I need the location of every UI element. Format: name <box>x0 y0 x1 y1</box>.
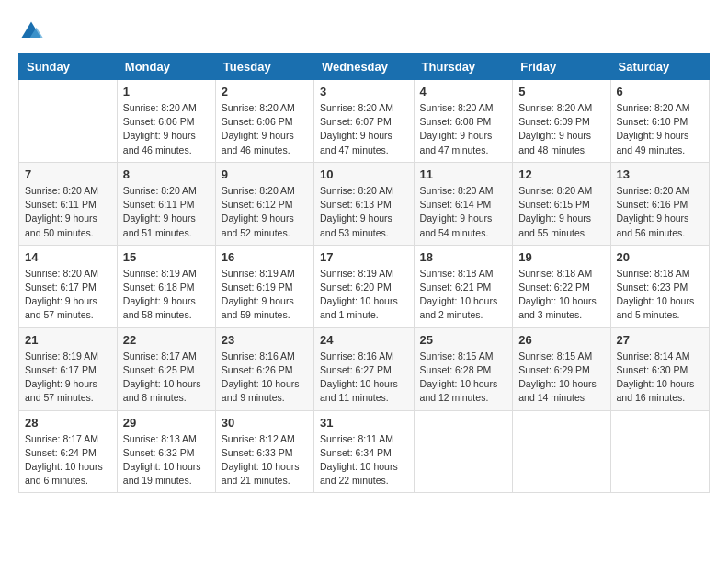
day-info: Sunrise: 8:18 AMSunset: 6:21 PMDaylight:… <box>420 267 507 323</box>
day-number: 24 <box>320 333 408 347</box>
calendar-cell: 27Sunrise: 8:14 AMSunset: 6:30 PMDayligh… <box>610 327 709 410</box>
day-info: Sunrise: 8:15 AMSunset: 6:29 PMDaylight:… <box>518 350 604 406</box>
col-monday: Monday <box>117 54 215 80</box>
calendar-week-row: 1Sunrise: 8:20 AMSunset: 6:06 PMDaylight… <box>19 80 710 163</box>
day-number: 5 <box>518 85 604 98</box>
calendar-header-row: Sunday Monday Tuesday Wednesday Thursday… <box>19 54 710 80</box>
calendar-cell: 8Sunrise: 8:20 AMSunset: 6:11 PMDaylight… <box>117 162 215 245</box>
day-number: 23 <box>222 333 308 347</box>
day-number: 31 <box>320 416 408 430</box>
day-number: 16 <box>222 250 308 264</box>
day-number: 21 <box>25 333 111 347</box>
col-friday: Friday <box>513 54 610 80</box>
day-info: Sunrise: 8:20 AMSunset: 6:15 PMDaylight:… <box>518 184 604 240</box>
calendar-cell: 25Sunrise: 8:15 AMSunset: 6:28 PMDayligh… <box>414 327 513 410</box>
calendar-cell: 6Sunrise: 8:20 AMSunset: 6:10 PMDaylight… <box>610 80 709 163</box>
day-info: Sunrise: 8:12 AMSunset: 6:33 PMDaylight:… <box>222 432 308 488</box>
day-number: 15 <box>123 250 210 264</box>
calendar-cell: 30Sunrise: 8:12 AMSunset: 6:33 PMDayligh… <box>215 410 313 493</box>
calendar-week-row: 14Sunrise: 8:20 AMSunset: 6:17 PMDayligh… <box>19 245 710 327</box>
day-info: Sunrise: 8:14 AMSunset: 6:30 PMDaylight:… <box>617 350 703 406</box>
day-number: 18 <box>420 250 507 264</box>
col-sunday: Sunday <box>19 54 118 80</box>
day-number: 9 <box>222 167 308 181</box>
col-saturday: Saturday <box>610 54 709 80</box>
calendar-cell: 20Sunrise: 8:18 AMSunset: 6:23 PMDayligh… <box>610 245 709 327</box>
day-number: 14 <box>25 250 111 264</box>
day-info: Sunrise: 8:20 AMSunset: 6:08 PMDaylight:… <box>420 101 507 157</box>
day-info: Sunrise: 8:17 AMSunset: 6:24 PMDaylight:… <box>25 432 111 488</box>
day-number: 13 <box>617 167 703 181</box>
calendar-cell: 9Sunrise: 8:20 AMSunset: 6:12 PMDaylight… <box>215 162 313 245</box>
day-info: Sunrise: 8:20 AMSunset: 6:09 PMDaylight:… <box>518 101 604 157</box>
calendar-cell: 19Sunrise: 8:18 AMSunset: 6:22 PMDayligh… <box>513 245 610 327</box>
calendar-week-row: 28Sunrise: 8:17 AMSunset: 6:24 PMDayligh… <box>19 410 710 493</box>
day-info: Sunrise: 8:11 AMSunset: 6:34 PMDaylight:… <box>320 432 408 488</box>
day-info: Sunrise: 8:20 AMSunset: 6:12 PMDaylight:… <box>222 184 308 240</box>
page-header <box>18 18 710 44</box>
col-wednesday: Wednesday <box>314 54 415 80</box>
calendar-cell: 1Sunrise: 8:20 AMSunset: 6:06 PMDaylight… <box>117 80 215 163</box>
day-info: Sunrise: 8:20 AMSunset: 6:06 PMDaylight:… <box>123 101 210 157</box>
calendar-cell: 12Sunrise: 8:20 AMSunset: 6:15 PMDayligh… <box>513 162 610 245</box>
day-info: Sunrise: 8:20 AMSunset: 6:16 PMDaylight:… <box>617 184 703 240</box>
day-info: Sunrise: 8:20 AMSunset: 6:06 PMDaylight:… <box>222 101 308 157</box>
day-info: Sunrise: 8:20 AMSunset: 6:17 PMDaylight:… <box>25 267 111 323</box>
calendar-cell <box>19 80 118 163</box>
day-number: 12 <box>518 167 604 181</box>
day-info: Sunrise: 8:20 AMSunset: 6:13 PMDaylight:… <box>320 184 408 240</box>
calendar-cell: 7Sunrise: 8:20 AMSunset: 6:11 PMDaylight… <box>19 162 118 245</box>
calendar-cell: 16Sunrise: 8:19 AMSunset: 6:19 PMDayligh… <box>215 245 313 327</box>
day-number: 17 <box>320 250 408 264</box>
day-number: 4 <box>420 85 507 98</box>
day-number: 3 <box>320 85 408 98</box>
day-number: 27 <box>617 333 703 347</box>
day-number: 10 <box>320 167 408 181</box>
day-info: Sunrise: 8:18 AMSunset: 6:22 PMDaylight:… <box>518 267 604 323</box>
calendar-cell: 31Sunrise: 8:11 AMSunset: 6:34 PMDayligh… <box>314 410 415 493</box>
calendar-cell: 17Sunrise: 8:19 AMSunset: 6:20 PMDayligh… <box>314 245 415 327</box>
day-info: Sunrise: 8:19 AMSunset: 6:17 PMDaylight:… <box>25 350 111 406</box>
logo <box>18 18 48 44</box>
day-info: Sunrise: 8:20 AMSunset: 6:14 PMDaylight:… <box>420 184 507 240</box>
calendar-cell: 21Sunrise: 8:19 AMSunset: 6:17 PMDayligh… <box>19 327 118 410</box>
day-number: 22 <box>123 333 210 347</box>
day-info: Sunrise: 8:20 AMSunset: 6:11 PMDaylight:… <box>25 184 111 240</box>
calendar-table: Sunday Monday Tuesday Wednesday Thursday… <box>18 53 710 493</box>
day-info: Sunrise: 8:15 AMSunset: 6:28 PMDaylight:… <box>420 350 507 406</box>
day-info: Sunrise: 8:20 AMSunset: 6:11 PMDaylight:… <box>123 184 210 240</box>
calendar-cell <box>513 410 610 493</box>
day-number: 2 <box>222 85 308 98</box>
day-info: Sunrise: 8:18 AMSunset: 6:23 PMDaylight:… <box>617 267 703 323</box>
calendar-cell: 15Sunrise: 8:19 AMSunset: 6:18 PMDayligh… <box>117 245 215 327</box>
calendar-cell: 23Sunrise: 8:16 AMSunset: 6:26 PMDayligh… <box>215 327 313 410</box>
day-info: Sunrise: 8:13 AMSunset: 6:32 PMDaylight:… <box>123 432 210 488</box>
calendar-cell: 11Sunrise: 8:20 AMSunset: 6:14 PMDayligh… <box>414 162 513 245</box>
calendar-cell: 18Sunrise: 8:18 AMSunset: 6:21 PMDayligh… <box>414 245 513 327</box>
day-number: 30 <box>222 416 308 430</box>
day-number: 20 <box>617 250 703 264</box>
calendar-cell: 13Sunrise: 8:20 AMSunset: 6:16 PMDayligh… <box>610 162 709 245</box>
day-number: 29 <box>123 416 210 430</box>
day-info: Sunrise: 8:17 AMSunset: 6:25 PMDaylight:… <box>123 350 210 406</box>
day-info: Sunrise: 8:16 AMSunset: 6:26 PMDaylight:… <box>222 350 308 406</box>
calendar-cell: 28Sunrise: 8:17 AMSunset: 6:24 PMDayligh… <box>19 410 118 493</box>
calendar-cell: 10Sunrise: 8:20 AMSunset: 6:13 PMDayligh… <box>314 162 415 245</box>
day-info: Sunrise: 8:20 AMSunset: 6:10 PMDaylight:… <box>617 101 703 157</box>
day-number: 25 <box>420 333 507 347</box>
day-number: 28 <box>25 416 111 430</box>
calendar-cell: 24Sunrise: 8:16 AMSunset: 6:27 PMDayligh… <box>314 327 415 410</box>
logo-icon <box>18 18 44 44</box>
day-number: 7 <box>25 167 111 181</box>
calendar-week-row: 21Sunrise: 8:19 AMSunset: 6:17 PMDayligh… <box>19 327 710 410</box>
calendar-cell: 26Sunrise: 8:15 AMSunset: 6:29 PMDayligh… <box>513 327 610 410</box>
day-info: Sunrise: 8:19 AMSunset: 6:20 PMDaylight:… <box>320 267 408 323</box>
day-number: 6 <box>617 85 703 98</box>
col-thursday: Thursday <box>414 54 513 80</box>
calendar-week-row: 7Sunrise: 8:20 AMSunset: 6:11 PMDaylight… <box>19 162 710 245</box>
day-info: Sunrise: 8:16 AMSunset: 6:27 PMDaylight:… <box>320 350 408 406</box>
day-number: 1 <box>123 85 210 98</box>
day-info: Sunrise: 8:20 AMSunset: 6:07 PMDaylight:… <box>320 101 408 157</box>
day-number: 8 <box>123 167 210 181</box>
day-number: 26 <box>518 333 604 347</box>
